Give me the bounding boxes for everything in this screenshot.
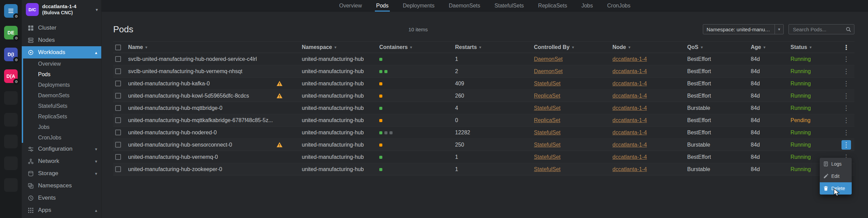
controlled-by-link[interactable]: StatefulSet [534, 130, 560, 135]
row-menu-button[interactable]: ⋮ [841, 103, 851, 113]
controlled-by-link[interactable]: ReplicaSet [534, 117, 560, 123]
table-row[interactable]: united-manufacturing-hub-kowl-5d59656dfc… [113, 90, 854, 102]
table-menu-button[interactable]: ⋮ [841, 43, 851, 52]
sidebar-item-configuration[interactable]: Configuration ▾ [22, 143, 101, 155]
column-header-age[interactable]: Age▾ [751, 44, 791, 50]
node-link[interactable]: dccatlanta-1-4 [612, 68, 647, 74]
tab-statefulsets[interactable]: StatefulSets [493, 0, 525, 12]
row-checkbox[interactable] [115, 105, 121, 111]
table-row[interactable]: united-manufacturing-hub-mqttbridge-0 un… [113, 102, 854, 114]
row-checkbox[interactable] [115, 142, 121, 148]
column-header-qos[interactable]: QoS▾ [687, 44, 751, 50]
node-link[interactable]: dccatlanta-1-4 [612, 93, 647, 99]
catalog-menu-button[interactable]: ⚙ [4, 4, 18, 18]
column-header-status[interactable]: Status▾ [791, 44, 838, 50]
node-link[interactable]: dccatlanta-1-4 [612, 166, 647, 172]
select-all-checkbox[interactable] [115, 45, 121, 50]
sidebar-item-statefulsets[interactable]: StatefulSets [22, 101, 101, 111]
gear-icon[interactable]: ⚙ [13, 13, 19, 19]
row-checkbox[interactable] [115, 56, 121, 62]
column-header-namespace[interactable]: Namespace▾ [302, 44, 379, 50]
controlled-by-link[interactable]: StatefulSet [534, 81, 560, 86]
node-link[interactable]: dccatlanta-1-4 [612, 56, 647, 62]
sidebar-item-daemonsets[interactable]: DaemonSets [22, 90, 101, 101]
node-link[interactable]: dccatlanta-1-4 [612, 142, 647, 148]
row-checkbox[interactable] [115, 93, 121, 99]
tab-pods[interactable]: Pods [375, 0, 390, 12]
tab-deployments[interactable]: Deployments [401, 0, 436, 12]
row-menu-button[interactable]: ⋮ [841, 67, 851, 76]
tab-jobs[interactable]: Jobs [580, 0, 594, 12]
node-link[interactable]: dccatlanta-1-4 [612, 81, 647, 86]
controlled-by-link[interactable]: StatefulSet [534, 154, 560, 160]
node-link[interactable]: dccatlanta-1-4 [612, 154, 647, 160]
row-checkbox[interactable] [115, 68, 121, 74]
controlled-by-link[interactable]: DaemonSet [534, 68, 563, 74]
cluster-tile-di[interactable]: D(I ⚙ [4, 48, 18, 61]
controlled-by-link[interactable]: DaemonSet [534, 56, 563, 62]
column-header-controlled-by[interactable]: Controlled By▾ [534, 44, 612, 50]
sidebar-item-deployments[interactable]: Deployments [22, 80, 101, 90]
sidebar-item-events[interactable]: Events [22, 192, 101, 204]
controlled-by-link[interactable]: StatefulSet [534, 105, 560, 111]
row-menu-button[interactable]: ⋮ [841, 116, 851, 125]
table-row[interactable]: united-manufacturing-hub-sensorconnect-0… [113, 139, 854, 151]
node-link[interactable]: dccatlanta-1-4 [612, 117, 647, 123]
sidebar-item-storage[interactable]: Storage ▾ [22, 167, 101, 180]
cluster-tile-label: D(A [6, 73, 15, 79]
search-input[interactable] [792, 26, 846, 33]
sidebar-item-workloads[interactable]: Workloads ▴ [22, 46, 101, 58]
table-row[interactable]: svclb-united-manufacturing-hub-nodered-s… [113, 53, 854, 65]
gear-icon[interactable]: ⚙ [13, 79, 19, 85]
sidebar-item-nodes[interactable]: Nodes [22, 34, 101, 46]
row-menu-button[interactable]: ⋮ [841, 79, 851, 88]
row-checkbox[interactable] [115, 81, 121, 86]
menu-item-edit[interactable]: Edit [820, 170, 852, 182]
row-menu-button[interactable]: ⋮ [841, 91, 851, 101]
controlled-by-link[interactable]: StatefulSet [534, 142, 560, 148]
row-checkbox[interactable] [115, 154, 121, 160]
controlled-by-link[interactable]: ReplicaSet [534, 93, 560, 99]
sidebar-item-cronjobs[interactable]: CronJobs [22, 132, 101, 143]
table-row[interactable]: united-manufacturing-hub-nodered-0 unite… [113, 127, 854, 139]
row-menu-button[interactable]: ⋮ [841, 128, 851, 137]
table-row[interactable]: united-manufacturing-hub-mqttkafkabridge… [113, 114, 854, 127]
sidebar-item-jobs[interactable]: Jobs [22, 122, 101, 132]
column-header-containers[interactable]: Containers▾ [379, 44, 455, 50]
tab-cronjobs[interactable]: CronJobs [606, 0, 632, 12]
cluster-switcher[interactable]: D/C dccatlanta-1-4 (Bulova CNC) ▾ [22, 0, 101, 19]
row-checkbox[interactable] [115, 130, 121, 135]
column-header-node[interactable]: Node▾ [612, 44, 687, 50]
menu-item-logs[interactable]: Logs [820, 158, 852, 170]
sidebar-item-replicasets[interactable]: ReplicaSets [22, 111, 101, 122]
row-menu-button-active[interactable]: ⋮ [841, 140, 851, 150]
row-menu-button[interactable]: ⋮ [841, 54, 851, 64]
row-checkbox[interactable] [115, 166, 121, 172]
tab-replicasets[interactable]: ReplicaSets [537, 0, 568, 12]
column-header-restarts[interactable]: Restarts▾ [455, 44, 534, 50]
sidebar-item-cluster[interactable]: Cluster [22, 22, 101, 34]
table-row[interactable]: united-manufacturing-hub-vernemq-0 unite… [113, 151, 854, 163]
table-row[interactable]: svclb-united-manufacturing-hub-vernemq-n… [113, 65, 854, 78]
row-checkbox[interactable] [115, 117, 121, 123]
table-row[interactable]: united-manufacturing-hub-kafka-0 united-… [113, 78, 854, 90]
column-header-name[interactable]: Name▾ [128, 44, 302, 50]
gear-icon[interactable]: ⚙ [13, 57, 19, 63]
sidebar-item-overview[interactable]: Overview [22, 58, 101, 69]
tab-overview[interactable]: Overview [338, 0, 363, 12]
node-link[interactable]: dccatlanta-1-4 [612, 130, 647, 135]
cluster-tile-da[interactable]: D(A ⚙ [4, 69, 18, 83]
sidebar-item-network[interactable]: Network ▾ [22, 155, 101, 167]
namespace-filter-select[interactable]: Namespace: united-manufacturing-hub ▾ [703, 24, 784, 34]
table-row[interactable]: united-manufacturing-hub-zookeeper-0 uni… [113, 163, 854, 175]
node-link[interactable]: dccatlanta-1-4 [612, 105, 647, 111]
controlled-by-link[interactable]: StatefulSet [534, 166, 560, 172]
cluster-tile-de[interactable]: DE ⚙ [4, 26, 18, 39]
sidebar-item-pods[interactable]: Pods [22, 69, 101, 80]
age-cell: 84d [751, 166, 791, 172]
sidebar-item-namespaces[interactable]: Namespaces [22, 180, 101, 192]
tab-daemonsets[interactable]: DaemonSets [448, 0, 482, 12]
status-badge: Running [791, 68, 838, 74]
gear-icon[interactable]: ⚙ [13, 35, 19, 41]
sidebar-item-apps[interactable]: Apps ▴ [22, 204, 101, 216]
